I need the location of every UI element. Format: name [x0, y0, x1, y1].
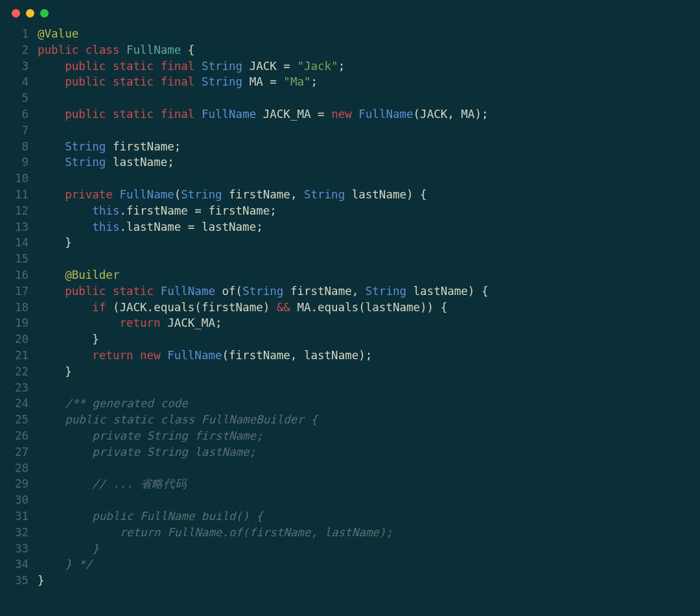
line-content: this.firstName = firstName; — [38, 203, 277, 219]
line-content: } — [38, 364, 72, 380]
token-type: FullName — [202, 108, 256, 121]
token-comment: public FullName build() { — [92, 510, 262, 523]
token-keyword: new — [331, 108, 352, 121]
token-type: FullName — [119, 188, 174, 201]
token-type: String — [65, 140, 106, 153]
line-number: 13 — [6, 219, 29, 235]
token-comment: private String lastName; — [92, 445, 256, 458]
token-keyword: && — [277, 301, 290, 314]
token-ident — [38, 220, 92, 233]
token-keyword: private — [65, 188, 113, 201]
line-number: 3 — [6, 58, 29, 75]
code-line: 2public class FullName { — [6, 42, 687, 58]
line-content: public static class FullNameBuilder { — [38, 412, 318, 428]
token-ident — [106, 108, 113, 121]
line-number: 2 — [6, 42, 29, 58]
token-comment: public static class FullNameBuilder { — [65, 413, 318, 426]
token-ident: MA.equals(lastName)) { — [290, 301, 447, 314]
code-line: 22 } — [6, 364, 687, 380]
line-content: String lastName; — [38, 154, 174, 171]
token-ident: JACK = — [242, 60, 297, 73]
line-number: 28 — [6, 460, 29, 477]
token-ident: { — [181, 43, 194, 56]
line-content: private String lastName; — [38, 444, 256, 460]
token-ident — [38, 510, 92, 523]
token-keyword: class — [86, 43, 120, 56]
maximize-icon[interactable] — [40, 9, 49, 18]
line-number: 24 — [6, 396, 29, 412]
line-number: 11 — [6, 187, 29, 203]
token-ident: (JACK, MA); — [414, 108, 489, 121]
token-keyword: static — [113, 75, 154, 88]
line-number: 10 — [6, 171, 29, 187]
token-ident: lastName; — [106, 156, 174, 169]
line-number: 4 — [6, 74, 29, 90]
token-ident: ; — [338, 60, 345, 73]
minimize-icon[interactable] — [26, 9, 34, 18]
token-ident: of( — [215, 285, 242, 298]
token-ident — [119, 43, 126, 56]
token-ident: firstName, — [283, 285, 365, 298]
close-icon[interactable] — [12, 9, 20, 18]
code-line: 9 String lastName; — [6, 154, 687, 171]
line-content: public static FullName of(String firstNa… — [38, 283, 488, 300]
token-ident — [106, 75, 113, 88]
token-ident — [38, 60, 65, 73]
line-content: public static final FullName JACK_MA = n… — [38, 106, 488, 123]
token-ident: } — [38, 574, 45, 587]
line-content: } — [38, 541, 99, 557]
code-area: 1@Value2public class FullName {3 public … — [0, 26, 700, 602]
line-content: return new FullName(firstName, lastName)… — [38, 348, 372, 364]
token-ident — [134, 349, 141, 362]
line-number: 8 — [6, 139, 29, 155]
token-keyword: static — [113, 108, 154, 121]
line-content: @Builder — [38, 267, 119, 283]
line-content: private String firstName; — [38, 428, 263, 444]
code-line: 31 public FullName build() { — [6, 508, 687, 525]
token-keyword: public — [65, 60, 106, 73]
token-comment: return FullName.of(firstName, lastName); — [119, 526, 392, 539]
token-ident: ; — [311, 75, 318, 88]
token-ident — [38, 445, 92, 458]
line-number: 12 — [6, 203, 29, 219]
line-number: 29 — [6, 476, 29, 492]
token-keyword: public — [65, 108, 106, 121]
code-line: 23 — [6, 380, 687, 396]
token-ident: lastName) { — [345, 188, 426, 201]
line-number: 9 — [6, 154, 29, 171]
token-ident — [113, 188, 120, 201]
token-comment: } — [92, 542, 99, 555]
line-number: 27 — [6, 444, 29, 460]
token-ident: firstName, — [222, 188, 304, 201]
token-keyword: return — [92, 349, 133, 362]
code-line: 5 — [6, 90, 687, 106]
token-ident: .firstName = firstName; — [119, 204, 276, 217]
token-ident — [38, 316, 119, 329]
code-line: 1@Value — [6, 26, 687, 42]
token-annotation: @Value — [38, 27, 78, 40]
token-ident — [154, 60, 161, 73]
token-type: String — [304, 188, 345, 201]
token-ident — [38, 268, 65, 281]
code-line: 11 private FullName(String firstName, St… — [6, 187, 687, 203]
line-number: 21 — [6, 348, 29, 364]
code-line: 6 public static final FullName JACK_MA =… — [6, 106, 687, 123]
line-number: 1 — [6, 26, 29, 42]
code-window: 1@Value2public class FullName {3 public … — [0, 0, 700, 616]
code-line: 20 } — [6, 331, 687, 348]
token-ident: JACK_MA = — [256, 108, 331, 121]
line-number: 35 — [6, 573, 29, 589]
code-line: 34 } */ — [6, 556, 687, 573]
line-number: 7 — [6, 123, 29, 139]
token-ident — [38, 397, 65, 410]
token-keyword: public — [38, 43, 78, 56]
code-line: 30 — [6, 492, 687, 508]
line-content: return JACK_MA; — [38, 315, 222, 331]
token-keyword: static — [113, 285, 154, 298]
token-keyword: final — [161, 75, 195, 88]
token-ident: JACK_MA; — [161, 316, 222, 329]
code-line: 32 return FullName.of(firstName, lastNam… — [6, 525, 687, 541]
token-type: FullName — [358, 108, 413, 121]
token-type: String — [202, 75, 242, 88]
token-ident — [38, 558, 65, 571]
